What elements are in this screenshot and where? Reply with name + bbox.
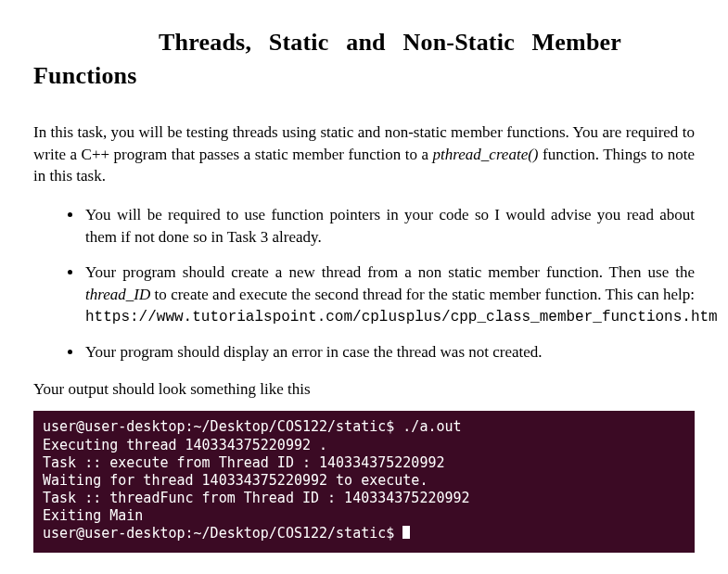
terminal-line: Task :: execute from Thread ID : 1403343… [43, 454, 444, 471]
tutorials-link[interactable]: https://www.tutorialspoint.com/cplusplus… [85, 309, 718, 325]
page-title: Threads, Static and Non-Static Member Fu… [33, 26, 695, 94]
thread-id-var: thread_ID [85, 286, 150, 303]
title-line1: Threads, Static and Non-Static Member [33, 26, 695, 59]
title-line2: Functions [33, 59, 695, 93]
terminal-command: ./a.out [402, 418, 461, 435]
list-item: Your program should create a new thread … [83, 261, 695, 328]
terminal-line: Waiting for thread 140334375220992 to ex… [43, 472, 428, 489]
bullet-2-text-b: to create and execute the second thread … [150, 286, 695, 303]
list-item: Your program should display an error in … [83, 341, 695, 364]
terminal-line: Exiting Main [43, 507, 143, 524]
bullet-1-text: You will be required to use function poi… [85, 206, 695, 246]
terminal-output: user@user-desktop:~/Desktop/COS122/stati… [33, 411, 695, 552]
list-item: You will be required to use function poi… [83, 204, 695, 249]
bullet-3-text: Your program should display an error in … [85, 343, 543, 361]
intro-paragraph: In this task, you will be testing thread… [33, 121, 695, 187]
terminal-line: Task :: threadFunc from Thread ID : 1403… [43, 490, 470, 506]
cursor-icon [402, 526, 410, 539]
terminal-prompt: user@user-desktop:~/Desktop/COS122/stati… [43, 418, 394, 435]
output-label: Your output should look something like t… [33, 378, 695, 401]
task-list: You will be required to use function poi… [33, 204, 695, 363]
bullet-2-text-a: Your program should create a new thread … [85, 263, 695, 281]
terminal-prompt: user@user-desktop:~/Desktop/COS122/stati… [43, 525, 394, 542]
terminal-line: Executing thread 140334375220992 . [43, 437, 327, 453]
pthread-create-func: pthread_create() [433, 146, 539, 163]
